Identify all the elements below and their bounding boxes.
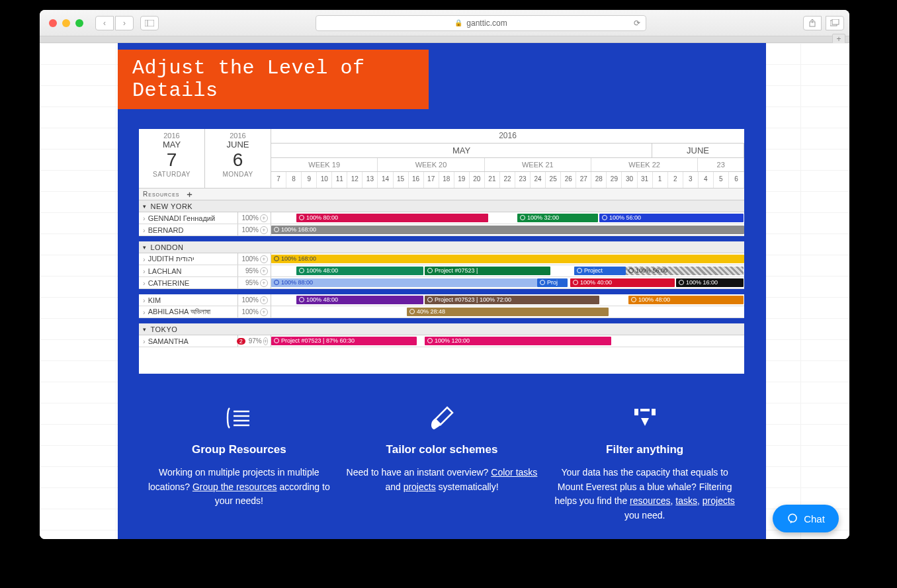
resource-row[interactable]: ›GENNADI Геннадий100% +100% 80:00100% 32…	[139, 212, 744, 224]
back-button[interactable]: ‹	[95, 16, 114, 30]
current-date-cell: 2016 MAY 7 SATURDAY	[139, 129, 205, 188]
task-bar[interactable]: Proj	[537, 278, 568, 287]
group-header[interactable]: ▾LONDON	[139, 241, 744, 253]
group-header[interactable]: ▾TOKYO	[139, 323, 744, 335]
tab-strip: +	[40, 36, 849, 43]
resource-row[interactable]: ›JUDITH יהודית100% +100% 168:00	[139, 253, 744, 265]
task-bar[interactable]: 100% 120:00	[425, 337, 611, 345]
chevron-down-icon: ▾	[143, 326, 147, 333]
link-color-tasks[interactable]: Color tasks	[491, 467, 537, 478]
resource-row[interactable]: ›SAMANTHA297% +Project #07523 | 87% 60:3…	[139, 335, 744, 347]
group-icon	[143, 403, 335, 433]
task-bar[interactable]: Project #07523 | 100% 72:00	[425, 296, 599, 304]
safari-window: ‹ › 🔒 ganttic.com ⟳	[40, 10, 849, 539]
gantt-screenshot: 2016 MAY 7 SATURDAY 2016 JUNE 6 MONDAY	[139, 129, 744, 374]
resource-row[interactable]: ›ABHILASHA অভিলাষা100% +40% 28:48	[139, 306, 744, 318]
task-bar[interactable]: Project #07523 |	[425, 267, 550, 275]
feature-row: Group Resources Working on multiple proj…	[138, 403, 746, 523]
resources-header: Resources ＋	[139, 189, 744, 200]
resource-row[interactable]: ›LACHLAN95% +100% 48:00Project #07523 |P…	[139, 265, 744, 277]
link-color-projects[interactable]: projects	[404, 482, 436, 492]
task-bar[interactable]: Project #07523 | 87% 60:30	[271, 337, 417, 345]
task-bar[interactable]: 100% 16:00	[676, 278, 744, 287]
task-bar[interactable]: 100% 32:00	[517, 214, 598, 222]
reload-icon[interactable]: ⟳	[634, 19, 640, 28]
url-text: ganttic.com	[466, 19, 507, 28]
svg-rect-0	[145, 20, 154, 26]
task-bar[interactable]: 100% 88:00	[271, 278, 537, 287]
svg-rect-12	[652, 409, 656, 415]
link-filter-resources[interactable]: resources	[630, 495, 670, 506]
link-group-resources[interactable]: Group the resources	[192, 482, 277, 492]
svg-marker-13	[641, 418, 649, 426]
feature-group-resources: Group Resources Working on multiple proj…	[143, 403, 335, 523]
tabs-button[interactable]	[826, 16, 844, 30]
task-bar[interactable]: 100% 56:00	[626, 267, 744, 275]
group-header[interactable]: ▾NEW YORK	[139, 200, 744, 212]
close-icon[interactable]	[49, 19, 57, 27]
resource-row[interactable]: ›KIM100% +100% 48:00Project #07523 | 100…	[139, 294, 744, 306]
sidebar-button[interactable]	[140, 16, 159, 30]
timeline-header: 2016 MAY JUNE WEEK 19WEEK 20WEEK 21WEEK …	[271, 129, 744, 188]
svg-rect-10	[634, 409, 638, 415]
filter-icon	[549, 403, 741, 433]
window-controls	[40, 19, 83, 27]
maximize-icon[interactable]	[75, 19, 83, 27]
add-resource-icon[interactable]: ＋	[185, 189, 194, 200]
resource-row[interactable]: ›CATHERINE95% +100% 88:00Proj100% 40:001…	[139, 277, 744, 289]
link-filter-projects[interactable]: projects	[703, 495, 735, 506]
svg-rect-11	[640, 409, 650, 411]
share-button[interactable]	[803, 16, 822, 30]
forward-button[interactable]: ›	[115, 16, 134, 30]
task-bar[interactable]: 100% 168:00	[271, 255, 744, 263]
address-bar[interactable]: 🔒 ganttic.com ⟳	[316, 15, 646, 31]
task-bar[interactable]: 100% 48:00	[296, 267, 423, 275]
feature-color-schemes: Tailor color schemes Need to have an ins…	[346, 403, 538, 523]
task-bar[interactable]: 40% 28:48	[407, 308, 609, 316]
minimize-icon[interactable]	[62, 19, 70, 27]
task-bar[interactable]: Project	[574, 267, 626, 275]
resource-row[interactable]: ›BERNARD100% +100% 168:00	[139, 224, 744, 236]
page-content: Adjust the Level of Details 2016 MAY 7 S…	[118, 43, 766, 539]
chevron-down-icon: ▾	[143, 244, 147, 251]
svg-point-14	[789, 514, 796, 522]
task-bar[interactable]: 100% 56:00	[599, 214, 744, 222]
feature-filter: Filter anything Your data has the capaci…	[549, 403, 741, 523]
link-filter-tasks[interactable]: tasks	[675, 495, 697, 506]
chevron-down-icon: ▾	[143, 203, 147, 210]
svg-rect-5	[832, 19, 839, 24]
task-bar[interactable]: 100% 168:00	[271, 226, 744, 234]
task-bar[interactable]: 100% 40:00	[570, 278, 675, 287]
brush-icon	[346, 403, 538, 433]
section-banner: Adjust the Level of Details	[118, 50, 429, 109]
task-bar[interactable]: 100% 48:00	[628, 296, 744, 304]
task-bar[interactable]: 100% 48:00	[296, 296, 423, 304]
macos-titlebar: ‹ › 🔒 ganttic.com ⟳	[40, 10, 849, 36]
lock-icon: 🔒	[454, 19, 462, 26]
chat-button[interactable]: Chat	[773, 505, 839, 532]
task-bar[interactable]: 100% 80:00	[296, 214, 488, 222]
due-date-cell: 2016 JUNE 6 MONDAY	[205, 129, 271, 188]
page-title: Adjust the Level of Details	[132, 57, 429, 102]
nav-buttons: ‹ ›	[95, 16, 134, 30]
